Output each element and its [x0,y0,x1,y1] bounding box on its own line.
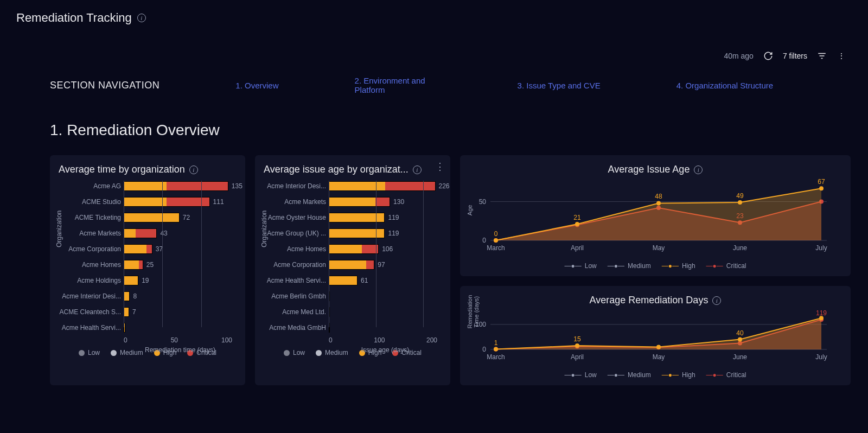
legend-low: Low [293,349,305,356]
svg-text:March: March [487,244,505,252]
svg-text:119: 119 [816,309,827,317]
svg-text:July: July [815,353,827,361]
section-heading: 1. Remediation Overview [0,111,868,155]
svg-point-44 [819,316,824,320]
svg-text:0: 0 [494,230,498,238]
legend: —●— Low —●— Medium —●— High —●— Critical [469,262,842,270]
chart-line1: Age 050MarchAprilMayJuneJuly23021484967 [469,181,842,257]
nav-issue-type[interactable]: 3. Issue Type and CVE [518,81,601,90]
svg-point-40 [494,347,498,352]
svg-text:21: 21 [573,214,581,221]
svg-point-19 [819,186,824,190]
section-nav-label: SECTION NAVIGATION [50,80,159,91]
legend-low: Low [585,262,597,270]
svg-point-42 [656,345,661,349]
svg-point-16 [575,222,579,226]
legend-critical: Critical [726,371,746,379]
filters-label[interactable]: 7 filters [783,52,807,60]
legend-high: High [682,371,695,379]
chart-bar2: Organization Acme Interior Desi...226Acm… [264,181,442,343]
chart-bar1: Organization Acme AG135ACME Studio111ACM… [59,181,237,343]
card-avg-issue-age: Average Issue Age i Age 050MarchAprilMay… [460,155,851,276]
card-avg-time-by-org: Average time by organization i Organizat… [50,155,245,385]
card-avg-remediation-days: Average Remediation Days i Remediation T… [460,286,851,385]
info-icon[interactable]: i [413,165,422,174]
svg-text:49: 49 [736,192,744,200]
legend-critical: Critical [726,262,746,270]
toolbar: 40m ago 7 filters ⋮ [0,29,868,69]
svg-text:67: 67 [818,178,825,186]
section-navigation: SECTION NAVIGATION 1. Overview 2. Enviro… [0,69,868,111]
svg-text:April: April [571,353,584,361]
page-header: Remediation Tracking i [0,0,868,29]
svg-text:50: 50 [479,198,487,206]
legend: —●— Low —●— Medium —●— High —●— Critical [469,371,842,379]
svg-text:May: May [653,244,665,252]
refresh-icon[interactable] [763,51,773,61]
card-title: Average Issue Age [608,164,690,175]
svg-text:April: April [571,244,584,252]
svg-point-18 [738,200,742,205]
svg-text:May: May [653,353,665,361]
legend-medium: Medium [628,371,651,379]
card-title: Average time by organization [59,164,185,175]
card-title: Average issue age by organizat... [264,164,409,175]
legend-medium: Medium [628,262,651,270]
info-icon[interactable]: i [712,296,721,305]
svg-text:June: June [733,244,747,252]
svg-text:June: June [733,353,747,361]
y-axis-label: Remediation Time (days) [467,295,480,329]
svg-point-43 [738,338,742,342]
filter-icon[interactable] [817,51,827,61]
nav-overview[interactable]: 1. Overview [235,81,278,90]
svg-text:40: 40 [736,329,744,337]
nav-environment[interactable]: 2. Environment and Platform [355,76,442,94]
info-icon[interactable]: i [137,14,146,22]
legend-low: Low [585,371,597,379]
svg-text:July: July [815,244,827,252]
nav-org-structure[interactable]: 4. Organizational Structure [676,81,773,90]
y-axis-label: Age [467,205,473,216]
card-menu-icon[interactable]: ⋮ [435,161,445,173]
svg-text:March: March [487,353,505,361]
svg-text:0: 0 [482,237,486,244]
svg-point-41 [575,343,579,348]
svg-text:0: 0 [482,346,486,353]
page-title: Remediation Tracking [16,11,132,25]
info-icon[interactable]: i [694,165,703,174]
last-refresh-age: 40m ago [724,52,753,60]
chart-line2: Remediation Time (days) 0100MarchAprilMa… [469,311,842,366]
info-icon[interactable]: i [189,165,198,174]
svg-point-15 [494,238,498,243]
legend-low: Low [88,349,100,356]
svg-point-17 [656,201,661,205]
card-title: Average Remediation Days [590,295,709,306]
legend-high: High [682,262,695,270]
card-avg-issue-age-by-org: ⋮ Average issue age by organizat... i Or… [255,155,450,385]
svg-text:48: 48 [655,193,662,200]
svg-text:1: 1 [494,339,498,347]
more-icon[interactable]: ⋮ [837,51,846,61]
svg-text:15: 15 [573,335,581,343]
